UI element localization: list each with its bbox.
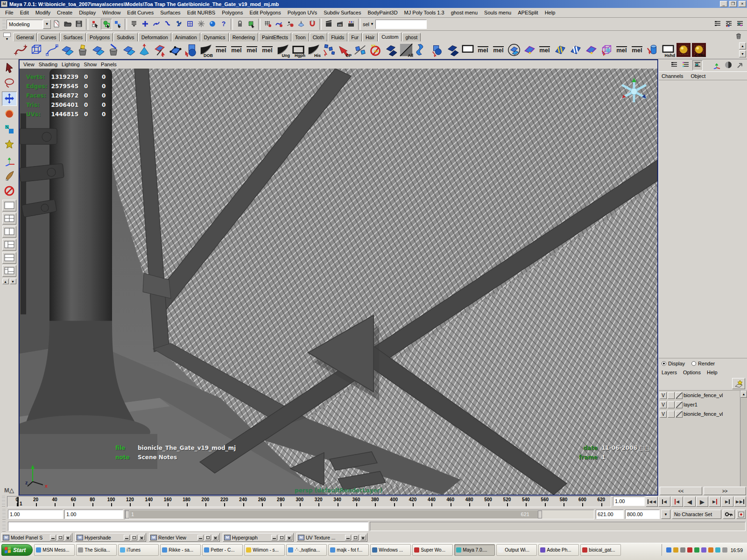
character-set-selector[interactable]: No Character Set: [672, 510, 721, 519]
menu-polygons[interactable]: Polygons: [218, 8, 246, 17]
shelf-tab-curves[interactable]: Curves: [37, 33, 59, 42]
timeline-tick-540[interactable]: 540: [516, 497, 535, 507]
tray-icon-3[interactable]: [680, 547, 685, 553]
curve-point-button[interactable]: [151, 19, 162, 30]
snap-grid-button[interactable]: [262, 19, 273, 30]
layout-shortcut-5-button[interactable]: [2, 252, 16, 264]
shelf-button-cube-wire-1[interactable]: [28, 42, 44, 58]
time-slider[interactable]: 1 02040608010012014016018020022024026028…: [7, 496, 611, 507]
layer-color-swatch[interactable]: [676, 411, 683, 418]
panel-button-hypergraph[interactable]: MHypergraph: [223, 533, 294, 542]
auto-key-button[interactable]: [736, 510, 746, 519]
menu-edit-curves[interactable]: Edit Curves: [124, 8, 157, 17]
viewport-menu-lighting[interactable]: Lighting: [62, 61, 84, 68]
render-clap-button[interactable]: [323, 19, 334, 30]
playback-end-field[interactable]: [596, 510, 624, 519]
layer-row[interactable]: Vbionicle_fence_vl: [659, 391, 740, 400]
timeline-tick-40[interactable]: 40: [45, 497, 64, 507]
maximize-icon[interactable]: [57, 535, 63, 540]
shelf-button-poly-purple-37[interactable]: [583, 42, 599, 58]
select-component-button[interactable]: [112, 19, 123, 30]
step-forward-frame-button[interactable]: ▶: [721, 497, 733, 507]
pinwheel-button[interactable]: [173, 19, 184, 30]
viewport-menu-shading[interactable]: Shading: [39, 61, 62, 68]
menu-channels[interactable]: Channels: [662, 73, 683, 79]
shelf-button-delete-red-23[interactable]: ××××: [367, 42, 383, 58]
taskbar-app-windows[interactable]: Windows ...: [370, 544, 411, 556]
range-start-handle[interactable]: [125, 511, 129, 518]
render-radio[interactable]: [691, 361, 696, 366]
chevron-down-icon[interactable]: ▼: [370, 22, 375, 26]
shelf-button-stripes-w-36[interactable]: [568, 42, 583, 58]
panel-button-render-view[interactable]: MRender View: [149, 533, 220, 542]
tray-icon-8[interactable]: [715, 547, 720, 553]
minimize-icon[interactable]: [345, 535, 351, 540]
layer-color-swatch[interactable]: [676, 392, 683, 399]
shelf-button-hshd-42[interactable]: Hshd: [660, 42, 676, 58]
menu-mj-poly-tools-1-3[interactable]: MJ Poly Tools 1.3: [401, 8, 448, 17]
new-layer-button[interactable]: [732, 378, 745, 389]
timeline-tick-380[interactable]: 380: [366, 497, 384, 507]
timeline-tick-460[interactable]: 460: [441, 497, 460, 507]
cb-gizmo-button[interactable]: [712, 60, 722, 70]
timeline-tick-260[interactable]: 260: [253, 497, 271, 507]
tray-icon-5[interactable]: [694, 547, 699, 553]
close-icon[interactable]: [65, 535, 71, 540]
cb-arrow-button[interactable]: [735, 60, 745, 70]
taskbar-app-tv-tlina[interactable]: ·'·.,tvątlina...: [286, 544, 327, 556]
shelf-tab-fur[interactable]: Fur: [348, 33, 362, 42]
step-back-key-button[interactable]: ◀: [671, 497, 683, 507]
go-to-start-button[interactable]: ◀◀: [646, 497, 658, 507]
shelf-switcher[interactable]: ▼: [1, 33, 13, 42]
lock-button[interactable]: [234, 19, 246, 30]
statusline-handle[interactable]: [2, 19, 6, 29]
shelf-tab-toon[interactable]: Toon: [292, 33, 309, 42]
display-radio[interactable]: [662, 361, 666, 366]
shelf-button-mel-34[interactable]: mel: [537, 42, 552, 58]
shelf-tab-polygons[interactable]: Polygons: [86, 33, 113, 42]
select-hierarchy-button[interactable]: [90, 19, 101, 30]
layer-menu-layers[interactable]: Layers: [662, 370, 677, 375]
shelf-button-sphere-box-27[interactable]: [429, 42, 444, 58]
shelf-tab-cloth[interactable]: Cloth: [310, 33, 328, 42]
move-tool-button[interactable]: [2, 91, 17, 106]
tray-icon-4[interactable]: [687, 547, 692, 553]
taskbar-app-majk-fot-f[interactable]: majk - fot f...: [328, 544, 369, 556]
timeline-tick-160[interactable]: 160: [158, 497, 177, 507]
playback-start-field[interactable]: [64, 510, 123, 519]
shelf-button-dob-12[interactable]: DOB: [198, 42, 213, 58]
taskbar-app-itunes[interactable]: iTunes: [118, 544, 159, 556]
minimize-icon[interactable]: [124, 535, 130, 540]
timeline-tick-420[interactable]: 420: [403, 497, 422, 507]
shelf-tab-hair[interactable]: Hair: [362, 33, 378, 42]
lasso-tool-button[interactable]: [2, 76, 17, 91]
cb-list1-button[interactable]: [669, 60, 679, 70]
timeline-tick-180[interactable]: 180: [177, 497, 196, 507]
soft-mod-tool-button[interactable]: [2, 138, 17, 152]
close-icon[interactable]: [212, 535, 218, 540]
menu-edit-polygons[interactable]: Edit Polygons: [246, 8, 284, 17]
viewport-panel[interactable]: ViewShadingLightingShowPanels: [19, 59, 658, 496]
panel-toggle-2-button[interactable]: [723, 19, 734, 30]
taskbar-app-output-wi[interactable]: Output Wi...: [496, 544, 537, 556]
shelf-button-his-19[interactable]: His: [306, 42, 321, 58]
curve-s-button[interactable]: [162, 19, 173, 30]
viewport-menu-show[interactable]: Show: [84, 61, 101, 68]
layout-shortcut-4-button[interactable]: [2, 239, 16, 251]
shelf-button-circle-polys-32[interactable]: [506, 42, 521, 58]
shelf-scroll-up-icon[interactable]: ▲: [739, 42, 746, 49]
layer-visibility-toggle[interactable]: V: [660, 401, 667, 408]
timeline-tick-320[interactable]: 320: [309, 497, 328, 507]
timeline-tick-20[interactable]: 20: [26, 497, 45, 507]
layer-type-box[interactable]: [668, 411, 675, 418]
menu-file[interactable]: File: [2, 8, 17, 17]
magnet-button[interactable]: [307, 19, 318, 30]
shelf-button-mel-16[interactable]: mel: [260, 42, 275, 58]
timeline-tick-220[interactable]: 220: [215, 497, 233, 507]
shelf-button-mel-30[interactable]: mel: [475, 42, 491, 58]
shelf-tab-custom[interactable]: Custom: [378, 32, 402, 42]
shelf-button-mel-39[interactable]: mel: [614, 42, 629, 58]
shelf-tab-surfaces[interactable]: Surfaces: [60, 33, 86, 42]
shelf-tab-deformation[interactable]: Deformation: [138, 33, 171, 42]
timeline-tick-520[interactable]: 520: [498, 497, 516, 507]
